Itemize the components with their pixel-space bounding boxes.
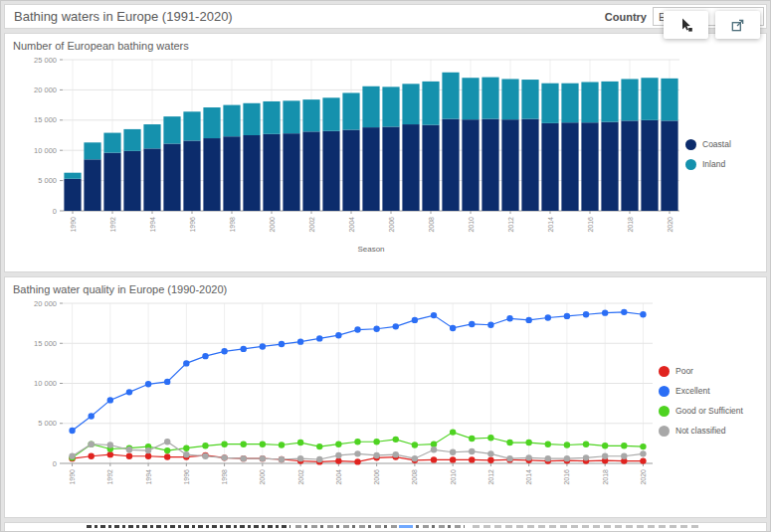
svg-text:1990: 1990 (70, 217, 77, 233)
svg-text:Season: Season (357, 245, 384, 254)
svg-text:1994: 1994 (145, 469, 152, 485)
line-chart-title: Bathing water quality in Europe (1990-20… (13, 283, 758, 295)
legend-dot-coastal (685, 139, 696, 150)
bar-chart-panel: Number of European bathing waters 05 000… (4, 33, 767, 272)
legend-dot-inland (685, 159, 696, 170)
svg-text:25 000: 25 000 (34, 56, 57, 65)
header-bar: Bathing waters in Europe (1991-2020) Cou… (4, 4, 767, 29)
svg-text:10 000: 10 000 (34, 379, 57, 388)
svg-text:2002: 2002 (308, 217, 315, 233)
svg-text:1998: 1998 (229, 217, 236, 233)
line-chart-panel: Bathing water quality in Europe (1990-20… (4, 276, 767, 518)
svg-text:1992: 1992 (106, 469, 113, 485)
svg-text:5 000: 5 000 (38, 176, 57, 185)
country-label: Country (605, 11, 647, 23)
svg-text:1994: 1994 (149, 217, 156, 233)
legend-item-coastal[interactable]: Coastal (685, 139, 731, 150)
floating-toolbar (664, 11, 760, 39)
bar-chart[interactable]: 05 00010 00015 00020 00025 0001990199219… (13, 52, 685, 257)
legend-dot-excellent (659, 386, 670, 397)
svg-text:10 000: 10 000 (34, 146, 57, 155)
svg-text:2020: 2020 (667, 217, 674, 233)
svg-text:2000: 2000 (259, 469, 266, 485)
svg-text:20 000: 20 000 (34, 299, 57, 308)
legend-label-excellent: Excellent (675, 386, 710, 396)
svg-text:2014: 2014 (547, 217, 554, 233)
svg-text:20 000: 20 000 (34, 86, 57, 94)
legend-label-inland: Inland (702, 159, 725, 169)
svg-text:2008: 2008 (411, 469, 418, 485)
svg-text:2012: 2012 (487, 469, 494, 485)
svg-text:0: 0 (53, 207, 57, 216)
svg-text:2008: 2008 (428, 217, 435, 233)
svg-text:1996: 1996 (189, 217, 196, 233)
svg-text:1998: 1998 (221, 469, 228, 485)
bathing-waters-dashboard: Bathing waters in Europe (1991-2020) Cou… (0, 0, 771, 532)
legend-label-poor: Poor (675, 366, 693, 376)
svg-text:2000: 2000 (269, 217, 276, 233)
clipped-text-sliver (295, 525, 465, 528)
svg-text:1992: 1992 (109, 217, 116, 233)
svg-text:2020: 2020 (640, 469, 647, 485)
legend-item-excellent[interactable]: Excellent (659, 386, 743, 397)
legend-label-not-classified: Not classified (675, 426, 726, 436)
svg-text:2012: 2012 (507, 217, 514, 233)
clipped-text-sliver (87, 525, 290, 528)
legend-item-not-classified[interactable]: Not classified (659, 426, 743, 437)
legend-dot-not-classified (659, 426, 670, 437)
clipped-link-sliver (399, 525, 413, 528)
svg-text:2010: 2010 (468, 217, 475, 233)
legend-item-good-or-sufficient[interactable]: Good or Sufficient (659, 406, 743, 417)
line-chart[interactable]: 05 00010 00015 00020 0001990199219941996… (13, 295, 659, 506)
cursor-pointer-icon (678, 17, 694, 33)
legend-item-poor[interactable]: Poor (659, 366, 743, 377)
svg-text:1996: 1996 (183, 469, 190, 485)
external-link-icon (730, 18, 745, 33)
legend-item-inland[interactable]: Inland (685, 159, 731, 170)
clipped-footer (4, 522, 767, 532)
svg-text:2018: 2018 (602, 469, 609, 485)
select-tool-button[interactable] (664, 11, 708, 39)
svg-text:0: 0 (53, 459, 57, 468)
svg-text:15 000: 15 000 (34, 115, 57, 124)
svg-text:2016: 2016 (563, 469, 570, 485)
svg-text:5 000: 5 000 (38, 419, 57, 428)
svg-text:2006: 2006 (373, 469, 380, 485)
svg-text:2004: 2004 (348, 217, 355, 233)
svg-text:2002: 2002 (297, 469, 304, 485)
legend-label-good-or-sufficient: Good or Sufficient (675, 406, 743, 416)
svg-text:2006: 2006 (388, 217, 395, 233)
page-title: Bathing waters in Europe (1991-2020) (5, 9, 605, 24)
svg-text:2014: 2014 (525, 469, 532, 485)
open-window-button[interactable] (715, 11, 760, 39)
legend-dot-poor (659, 366, 670, 377)
svg-text:2010: 2010 (450, 469, 457, 485)
legend-dot-good-or-sufficient (659, 406, 670, 417)
legend-label-coastal: Coastal (702, 139, 731, 149)
bar-chart-legend: CoastalInland (685, 139, 731, 170)
line-chart-legend: PoorExcellentGood or SufficientNot class… (659, 366, 743, 437)
bar-chart-title: Number of European bathing waters (13, 40, 758, 52)
clipped-text-sliver (473, 525, 701, 528)
svg-text:2004: 2004 (335, 469, 342, 485)
svg-text:2016: 2016 (587, 217, 594, 233)
svg-text:15 000: 15 000 (34, 339, 57, 348)
svg-text:2018: 2018 (627, 217, 634, 233)
svg-text:1990: 1990 (69, 469, 76, 485)
